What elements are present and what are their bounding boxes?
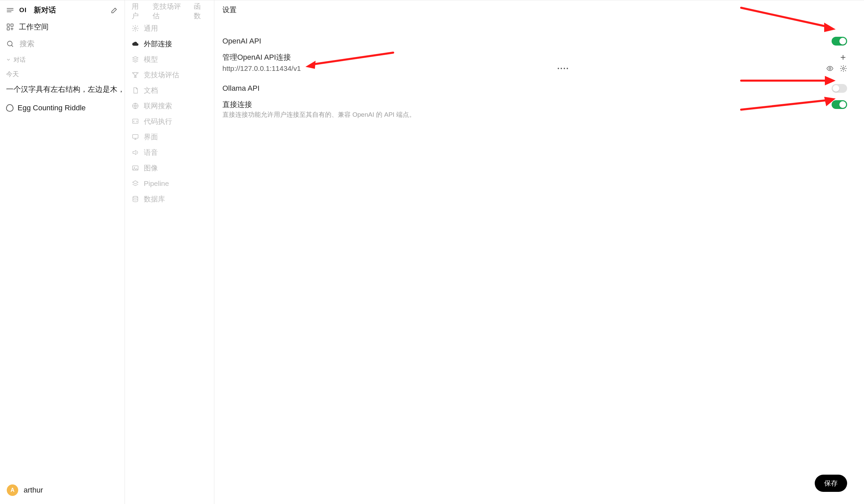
openai-api-label: OpenAI API xyxy=(223,37,261,46)
tab-users[interactable]: 用户 xyxy=(132,2,145,21)
sub-nav: 用户 竞技场评估 函数 通用 外部连接 模型 竞技场评估 xyxy=(125,0,214,504)
openai-api-manage-row: 管理OpenAI API连接 + xyxy=(223,49,847,62)
search-row[interactable] xyxy=(0,35,124,52)
menu-icon[interactable] xyxy=(6,6,14,14)
doc-icon xyxy=(132,87,139,94)
date-today-label: 今天 xyxy=(0,66,124,80)
database-icon xyxy=(132,195,139,203)
openai-connection-row: http://127.0.0.1:11434/v1 •••• xyxy=(223,62,847,79)
svg-rect-7 xyxy=(133,135,139,138)
svg-rect-0 xyxy=(7,24,10,26)
chat-section-header[interactable]: 对话 xyxy=(0,52,124,66)
svg-point-11 xyxy=(829,67,831,70)
direct-conn-label: 直接连接 xyxy=(223,99,252,110)
app-logo-icon: OI xyxy=(19,6,27,14)
chat-item[interactable]: Egg Counting Riddle xyxy=(0,99,124,117)
direct-conn-toggle[interactable] xyxy=(832,100,847,109)
eye-icon[interactable] xyxy=(826,65,833,72)
sidebar-top-row: OI 新对话 xyxy=(0,0,124,19)
monitor-icon xyxy=(132,133,139,141)
code-icon xyxy=(132,118,139,125)
direct-conn-desc: 直接连接功能允许用户连接至其自有的、兼容 OpenAI 的 API 端点。 xyxy=(223,110,847,121)
avatar: A xyxy=(7,484,18,496)
svg-rect-1 xyxy=(11,24,13,26)
subnav-interface[interactable]: 界面 xyxy=(125,129,214,145)
speaker-icon xyxy=(132,149,139,156)
app-root: OI 新对话 工作空间 对话 今天 一个汉字具有左右结构 xyxy=(0,0,864,504)
svg-rect-2 xyxy=(7,28,10,30)
chat-section-label: 对话 xyxy=(13,56,26,64)
subnav-models[interactable]: 模型 xyxy=(125,52,214,67)
subnav-external-connections[interactable]: 外部连接 xyxy=(125,36,214,52)
trophy-icon xyxy=(132,71,139,78)
chevron-down-icon xyxy=(6,57,11,62)
subnav-code-exec[interactable]: 代码执行 xyxy=(125,114,214,129)
new-chat-title[interactable]: 新对话 xyxy=(34,5,106,15)
workspace-icon xyxy=(6,23,14,31)
compose-icon[interactable] xyxy=(110,6,119,14)
image-icon xyxy=(132,164,139,172)
subnav-pipeline[interactable]: Pipeline xyxy=(125,176,214,191)
connection-secret[interactable]: •••• xyxy=(306,66,821,71)
subnav-label: 界面 xyxy=(144,132,158,142)
workspace-row[interactable]: 工作空间 xyxy=(0,19,124,35)
tab-settings[interactable]: 设置 xyxy=(223,5,237,14)
ollama-api-toggle[interactable] xyxy=(832,84,847,93)
tab-functions[interactable]: 函数 xyxy=(194,2,207,21)
svg-point-4 xyxy=(134,27,136,29)
content-area: 用户 竞技场评估 函数 通用 外部连接 模型 竞技场评估 xyxy=(125,0,864,504)
subnav-database[interactable]: 数据库 xyxy=(125,191,214,207)
subnav-general[interactable]: 通用 xyxy=(125,21,214,36)
connection-actions xyxy=(826,65,847,72)
openai-api-toggle[interactable] xyxy=(832,37,847,46)
sidebar-footer[interactable]: A arthur xyxy=(0,476,124,504)
search-icon xyxy=(6,40,14,48)
subnav-image[interactable]: 图像 xyxy=(125,160,214,176)
svg-rect-6 xyxy=(133,119,139,123)
subnav-label: 代码执行 xyxy=(144,117,172,126)
svg-point-10 xyxy=(133,196,138,198)
username: arthur xyxy=(24,486,43,494)
subnav-arena[interactable]: 竞技场评估 xyxy=(125,67,214,83)
cloud-icon xyxy=(132,40,139,48)
subnav-label: 图像 xyxy=(144,163,158,173)
openai-api-row: OpenAI API xyxy=(223,33,847,49)
save-button[interactable]: 保存 xyxy=(815,475,847,492)
subnav-documents[interactable]: 文档 xyxy=(125,83,214,98)
admin-tabs: 用户 竞技场评估 函数 xyxy=(125,2,214,21)
tab-arena[interactable]: 竞技场评估 xyxy=(153,2,186,21)
openai-api-manage-label: 管理OpenAI API连接 xyxy=(223,52,291,62)
direct-conn-row: 直接连接 xyxy=(223,96,847,110)
workspace-label: 工作空间 xyxy=(19,22,49,32)
ollama-api-label: Ollama API xyxy=(223,84,260,93)
ollama-api-row: Ollama API xyxy=(223,79,847,96)
subnav-websearch[interactable]: 联网搜索 xyxy=(125,98,214,114)
chat-item-title: 一个汉字具有左右结构，左边是木， xyxy=(6,83,124,95)
chat-item[interactable]: 一个汉字具有左右结构，左边是木， xyxy=(0,80,124,99)
subnav-label: 数据库 xyxy=(144,194,165,204)
settings-main: 设置 OpenAI API 管理OpenAI API连接 + http://12… xyxy=(214,0,864,504)
admin-tabs-overflow: 设置 xyxy=(214,0,864,19)
layers-icon xyxy=(132,180,139,187)
subnav-label: 通用 xyxy=(144,24,158,33)
gear-icon[interactable] xyxy=(840,65,847,72)
subnav-label: 竞技场评估 xyxy=(144,70,179,79)
subnav-label: 语音 xyxy=(144,148,158,157)
globe-icon xyxy=(132,102,139,110)
subnav-label: 联网搜索 xyxy=(144,101,172,111)
subnav-label: 外部连接 xyxy=(144,39,172,49)
subnav-voice[interactable]: 语音 xyxy=(125,145,214,160)
search-input[interactable] xyxy=(19,39,119,49)
subnav-label: 模型 xyxy=(144,55,158,64)
connection-url[interactable]: http://127.0.0.1:11434/v1 xyxy=(223,64,301,73)
chat-item-title: Egg Counting Riddle xyxy=(17,102,86,114)
egg-icon xyxy=(6,104,13,112)
gear-icon xyxy=(132,25,139,32)
svg-point-12 xyxy=(842,67,844,70)
subnav-label: Pipeline xyxy=(144,180,169,187)
svg-point-9 xyxy=(134,167,135,168)
left-sidebar: OI 新对话 工作空间 对话 今天 一个汉字具有左右结构 xyxy=(0,0,125,504)
subnav-label: 文档 xyxy=(144,86,158,95)
stack-icon xyxy=(132,56,139,63)
add-connection-button[interactable]: + xyxy=(839,53,847,62)
